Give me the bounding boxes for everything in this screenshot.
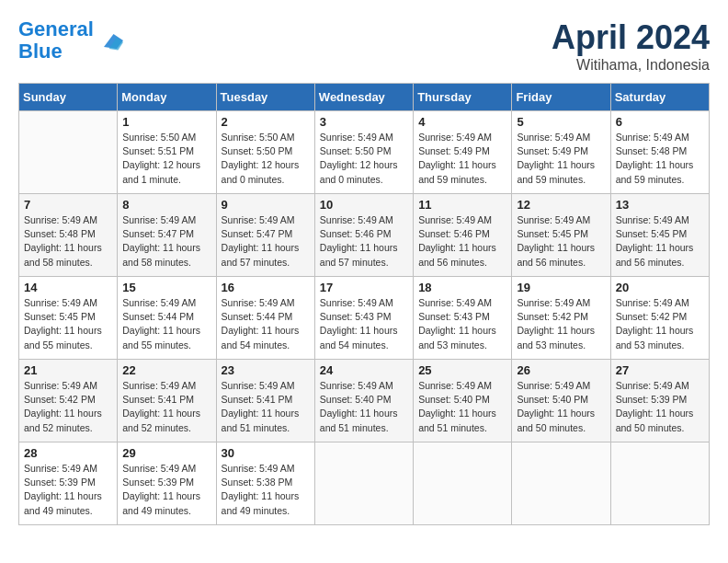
- cell-w5-d3: [314, 442, 413, 525]
- calendar-header: Sunday Monday Tuesday Wednesday Thursday…: [19, 84, 710, 111]
- cell-w3-d6: 20Sunrise: 5:49 AMSunset: 5:42 PMDayligh…: [610, 277, 709, 360]
- cell-w1-d3: 3Sunrise: 5:49 AMSunset: 5:50 PMDaylight…: [314, 111, 413, 194]
- cell-w1-d0: [19, 111, 118, 194]
- week-row-1: 1Sunrise: 5:50 AMSunset: 5:51 PMDaylight…: [19, 111, 710, 194]
- cell-w1-d6: 6Sunrise: 5:49 AMSunset: 5:48 PMDaylight…: [610, 111, 709, 194]
- day-number: 4: [418, 115, 506, 129]
- cell-w2-d6: 13Sunrise: 5:49 AMSunset: 5:45 PMDayligh…: [610, 194, 709, 277]
- day-number: 5: [517, 115, 605, 129]
- cell-w1-d1: 1Sunrise: 5:50 AMSunset: 5:51 PMDaylight…: [118, 111, 216, 194]
- day-number: 21: [24, 363, 112, 377]
- cell-info: Sunrise: 5:49 AMSunset: 5:45 PMDaylight:…: [517, 213, 605, 270]
- cell-w2-d3: 10Sunrise: 5:49 AMSunset: 5:46 PMDayligh…: [314, 194, 413, 277]
- cell-w1-d4: 4Sunrise: 5:49 AMSunset: 5:49 PMDaylight…: [414, 111, 512, 194]
- cell-w5-d0: 28Sunrise: 5:49 AMSunset: 5:39 PMDayligh…: [19, 442, 118, 525]
- cell-w4-d1: 22Sunrise: 5:49 AMSunset: 5:41 PMDayligh…: [118, 360, 216, 442]
- day-number: 7: [24, 198, 112, 212]
- day-number: 29: [122, 446, 210, 460]
- cell-w2-d2: 9Sunrise: 5:49 AMSunset: 5:47 PMDaylight…: [216, 194, 314, 277]
- cell-info: Sunrise: 5:49 AMSunset: 5:44 PMDaylight:…: [222, 296, 310, 352]
- cell-info: Sunrise: 5:49 AMSunset: 5:46 PMDaylight:…: [418, 213, 506, 270]
- cell-info: Sunrise: 5:49 AMSunset: 5:40 PMDaylight:…: [517, 379, 605, 435]
- day-number: 20: [616, 281, 704, 294]
- cell-info: Sunrise: 5:49 AMSunset: 5:47 PMDaylight:…: [122, 213, 210, 270]
- cell-w4-d3: 24Sunrise: 5:49 AMSunset: 5:40 PMDayligh…: [314, 360, 413, 442]
- cell-info: Sunrise: 5:49 AMSunset: 5:39 PMDaylight:…: [24, 462, 112, 518]
- cell-w3-d0: 14Sunrise: 5:49 AMSunset: 5:45 PMDayligh…: [19, 277, 118, 360]
- cell-info: Sunrise: 5:49 AMSunset: 5:40 PMDaylight:…: [418, 379, 506, 435]
- col-wednesday: Wednesday: [314, 84, 413, 111]
- cell-info: Sunrise: 5:49 AMSunset: 5:48 PMDaylight:…: [616, 131, 704, 187]
- cell-info: Sunrise: 5:49 AMSunset: 5:42 PMDaylight:…: [24, 379, 112, 435]
- day-number: 13: [616, 198, 704, 212]
- cell-info: Sunrise: 5:50 AMSunset: 5:51 PMDaylight:…: [122, 131, 210, 187]
- day-number: 30: [222, 446, 310, 460]
- header-row: Sunday Monday Tuesday Wednesday Thursday…: [19, 84, 710, 111]
- cell-info: Sunrise: 5:49 AMSunset: 5:50 PMDaylight:…: [320, 131, 408, 187]
- cell-info: Sunrise: 5:49 AMSunset: 5:49 PMDaylight:…: [418, 131, 506, 187]
- cell-info: Sunrise: 5:49 AMSunset: 5:39 PMDaylight:…: [122, 462, 210, 518]
- day-number: 27: [616, 363, 704, 377]
- col-friday: Friday: [512, 84, 610, 111]
- cell-info: Sunrise: 5:49 AMSunset: 5:41 PMDaylight:…: [222, 379, 310, 435]
- cell-info: Sunrise: 5:49 AMSunset: 5:42 PMDaylight:…: [616, 296, 704, 352]
- cell-w3-d1: 15Sunrise: 5:49 AMSunset: 5:44 PMDayligh…: [118, 277, 216, 360]
- cell-info: Sunrise: 5:50 AMSunset: 5:50 PMDaylight:…: [222, 131, 310, 187]
- day-number: 9: [222, 198, 310, 212]
- calendar-body: 1Sunrise: 5:50 AMSunset: 5:51 PMDaylight…: [19, 111, 710, 525]
- cell-w1-d5: 5Sunrise: 5:49 AMSunset: 5:49 PMDaylight…: [512, 111, 610, 194]
- title-block: April 2024 Witihama, Indonesia: [552, 18, 710, 74]
- col-thursday: Thursday: [414, 84, 512, 111]
- cell-w4-d5: 26Sunrise: 5:49 AMSunset: 5:40 PMDayligh…: [512, 360, 610, 442]
- cell-w5-d4: [414, 442, 512, 525]
- col-tuesday: Tuesday: [216, 84, 314, 111]
- cell-info: Sunrise: 5:49 AMSunset: 5:38 PMDaylight:…: [222, 462, 310, 518]
- page-header: General Blue April 2024 Witihama, Indone…: [18, 18, 710, 74]
- cell-info: Sunrise: 5:49 AMSunset: 5:45 PMDaylight:…: [616, 213, 704, 270]
- week-row-3: 14Sunrise: 5:49 AMSunset: 5:45 PMDayligh…: [19, 277, 710, 360]
- day-number: 24: [320, 363, 408, 377]
- cell-w2-d5: 12Sunrise: 5:49 AMSunset: 5:45 PMDayligh…: [512, 194, 610, 277]
- cell-info: Sunrise: 5:49 AMSunset: 5:49 PMDaylight:…: [517, 131, 605, 187]
- cell-w2-d0: 7Sunrise: 5:49 AMSunset: 5:48 PMDaylight…: [19, 194, 118, 277]
- cell-w5-d2: 30Sunrise: 5:49 AMSunset: 5:38 PMDayligh…: [216, 442, 314, 525]
- day-number: 23: [222, 363, 310, 377]
- day-number: 22: [122, 363, 210, 377]
- cell-w3-d2: 16Sunrise: 5:49 AMSunset: 5:44 PMDayligh…: [216, 277, 314, 360]
- logo-icon: [97, 28, 123, 53]
- calendar-table: Sunday Monday Tuesday Wednesday Thursday…: [18, 83, 710, 525]
- day-number: 17: [320, 281, 408, 294]
- cell-info: Sunrise: 5:49 AMSunset: 5:42 PMDaylight:…: [517, 296, 605, 352]
- day-number: 14: [24, 281, 112, 294]
- day-number: 12: [517, 198, 605, 212]
- week-row-2: 7Sunrise: 5:49 AMSunset: 5:48 PMDaylight…: [19, 194, 710, 277]
- day-number: 28: [24, 446, 112, 460]
- cell-w1-d2: 2Sunrise: 5:50 AMSunset: 5:50 PMDaylight…: [216, 111, 314, 194]
- cell-w3-d3: 17Sunrise: 5:49 AMSunset: 5:43 PMDayligh…: [314, 277, 413, 360]
- logo-line2: Blue: [18, 40, 63, 63]
- cell-w3-d4: 18Sunrise: 5:49 AMSunset: 5:43 PMDayligh…: [414, 277, 512, 360]
- cell-w5-d5: [512, 442, 610, 525]
- day-number: 6: [616, 115, 704, 129]
- cell-info: Sunrise: 5:49 AMSunset: 5:46 PMDaylight:…: [320, 213, 408, 270]
- cell-w5-d6: [610, 442, 709, 525]
- month-title: April 2024: [552, 18, 710, 57]
- day-number: 11: [418, 198, 506, 212]
- day-number: 15: [122, 281, 210, 294]
- cell-info: Sunrise: 5:49 AMSunset: 5:45 PMDaylight:…: [24, 296, 112, 352]
- week-row-4: 21Sunrise: 5:49 AMSunset: 5:42 PMDayligh…: [19, 360, 710, 442]
- day-number: 2: [222, 115, 310, 129]
- day-number: 26: [517, 363, 605, 377]
- day-number: 8: [122, 198, 210, 212]
- cell-w4-d6: 27Sunrise: 5:49 AMSunset: 5:39 PMDayligh…: [610, 360, 709, 442]
- day-number: 19: [517, 281, 605, 294]
- day-number: 18: [418, 281, 506, 294]
- cell-info: Sunrise: 5:49 AMSunset: 5:47 PMDaylight:…: [222, 213, 310, 270]
- day-number: 10: [320, 198, 408, 212]
- day-number: 16: [222, 281, 310, 294]
- col-monday: Monday: [118, 84, 216, 111]
- logo-text: General Blue: [18, 18, 94, 63]
- cell-w3-d5: 19Sunrise: 5:49 AMSunset: 5:42 PMDayligh…: [512, 277, 610, 360]
- cell-w2-d4: 11Sunrise: 5:49 AMSunset: 5:46 PMDayligh…: [414, 194, 512, 277]
- location-subtitle: Witihama, Indonesia: [552, 57, 710, 74]
